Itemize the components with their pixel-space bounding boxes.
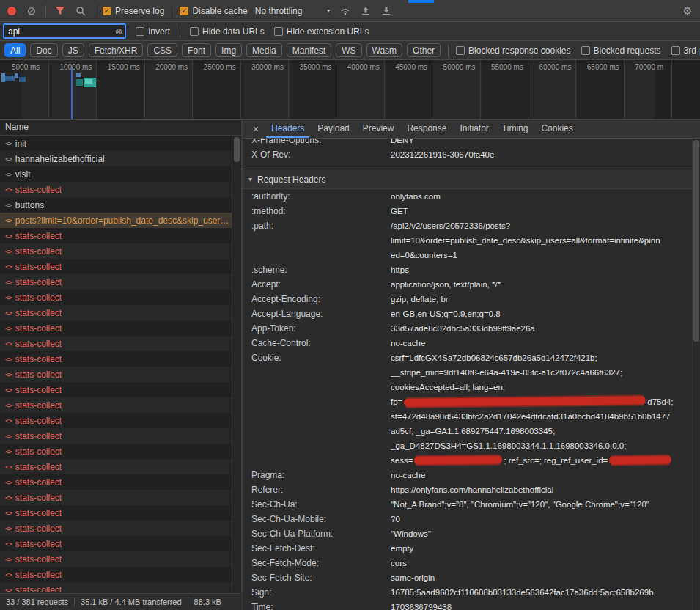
tab-initiator[interactable]: Initiator [454,120,493,138]
filter-pill-manifest[interactable]: Manifest [287,43,331,57]
request-row[interactable]: <>visit [0,166,232,182]
tab-cookies[interactable]: Cookies [536,120,578,138]
header-value: onlyfans.com [391,189,693,204]
header-name: X-Of-Rev: [251,147,391,162]
filter-icon[interactable] [54,4,67,18]
tab-headers[interactable]: Headers [266,120,309,138]
script-icon: <> [5,248,12,255]
filter-pill-font[interactable]: Font [182,43,211,57]
filterbar-divider [180,26,180,37]
waterfall-bar [76,79,83,86]
request-headers-section-header[interactable]: ▾ Request Headers [243,170,693,189]
request-name: stats-collect [15,231,62,241]
script-icon: <> [5,540,12,548]
request-row[interactable]: <>stats-collect [0,228,232,243]
header-name: Sec-Ch-Ua-Mobile: [251,512,391,526]
request-row[interactable]: <>stats-collect [0,290,232,305]
request-row[interactable]: <>stats-collect [0,274,232,290]
timeline-gridline [48,60,49,119]
search-icon[interactable] [74,4,87,18]
request-row[interactable]: <>stats-collect [0,413,232,428]
request-row[interactable]: <>stats-collect [0,305,232,320]
request-name: stats-collect [15,477,62,488]
tab-payload[interactable]: Payload [312,120,354,138]
request-row[interactable]: <>stats-collect [0,444,232,459]
hide-data-urls-checkbox[interactable]: Hide data URLs [190,26,265,37]
filter-pill-media[interactable]: Media [246,43,282,57]
header-value-line: fp=d75d4; [391,394,693,409]
header-value-line: ad5cf; _ga=GA1.1.689275447.1698003345; [391,424,693,438]
header-name: :scheme: [251,262,391,277]
hide-data-urls-label: Hide data URLs [202,26,265,37]
filter-pill-img[interactable]: Img [215,43,242,57]
request-row[interactable]: <>stats-collect [0,397,232,413]
close-details-icon[interactable]: × [247,120,265,138]
tab-timing[interactable]: Timing [497,120,534,138]
filter-pill-doc[interactable]: Doc [30,43,57,57]
request-row[interactable]: <>stats-collect [0,567,232,582]
request-row[interactable]: <>posts?limit=10&order=publish_date_desc… [0,213,232,228]
request-row[interactable]: <>stats-collect [0,351,232,367]
throttling-dropdown[interactable]: No throttling ▼ [255,6,331,16]
script-icon: <> [5,325,12,332]
request-row[interactable]: <>stats-collect [0,582,232,592]
checkbox-label: 3rd-party requests [684,45,700,56]
request-row[interactable]: <>stats-collect [0,505,232,521]
request-name: buttons [15,200,44,210]
clear-network-log-icon[interactable]: ⊘ [25,4,38,18]
filter-pill-all[interactable]: All [4,43,26,57]
request-row[interactable]: <>stats-collect [0,382,232,397]
checkbox-label: Blocked response cookies [468,45,570,56]
tab-preview[interactable]: Preview [358,120,399,138]
import-har-icon[interactable] [359,4,372,18]
request-name: stats-collect [15,462,62,472]
filter-pill-other[interactable]: Other [407,43,441,57]
network-conditions-icon[interactable] [339,4,352,18]
hide-extension-urls-checkbox[interactable]: Hide extension URLs [274,26,369,37]
disable-cache-checkbox[interactable]: ✓ Disable cache [180,6,247,16]
filter-pill-fetch-xhr[interactable]: Fetch/XHR [89,43,144,57]
header-value: no-cache [391,468,693,482]
request-row[interactable]: <>stats-collect [0,459,232,474]
request-row[interactable]: <>stats-collect [0,367,232,382]
scrollbar-thumb[interactable] [693,140,699,342]
tab-response[interactable]: Response [402,120,452,138]
request-row[interactable]: <>stats-collect [0,259,232,274]
invert-checkbox[interactable]: Invert [136,26,170,37]
checkbox-blocked-requests[interactable]: Blocked requests [581,45,661,56]
request-row[interactable]: <>init [0,136,232,151]
clear-filter-icon[interactable]: ⊗ [115,27,122,36]
timeline-overview[interactable]: 5000 ms10000 ms15000 ms20000 ms25000 ms3… [0,60,700,120]
request-list-scrollbar[interactable] [232,136,241,592]
filter-pill-css[interactable]: CSS [147,43,177,57]
name-column-header[interactable]: Name [0,120,241,136]
checkbox-blocked-response-cookies[interactable]: Blocked response cookies [456,45,570,56]
request-row[interactable]: <>stats-collect [0,474,232,490]
filter-pill-ws[interactable]: WS [336,43,361,57]
filter-input[interactable] [4,26,125,37]
request-row[interactable]: <>stats-collect [0,243,232,259]
export-har-icon[interactable] [380,4,393,18]
record-button[interactable] [7,7,16,15]
request-row[interactable]: <>buttons [0,197,232,213]
checkbox-3rd-party-requests[interactable]: 3rd-party requests [671,45,700,56]
request-row[interactable]: <>stats-collect [0,320,232,336]
filter-pill-wasm[interactable]: Wasm [366,43,403,57]
request-row[interactable]: <>stats-collect [0,428,232,444]
details-scrollbar[interactable] [692,139,700,610]
request-name: stats-collect [15,370,62,380]
settings-gear-icon[interactable]: ⚙ [681,4,694,18]
request-row[interactable]: <>stats-collect [0,551,232,567]
request-row[interactable]: <>stats-collect [0,490,232,505]
request-row[interactable]: <>stats-collect [0,521,232,536]
scrollbar-thumb[interactable] [234,137,240,162]
request-row[interactable]: <>hannahelizabethofficial [0,151,232,166]
header-row: Sec-Fetch-Dest:empty [243,541,693,556]
chevron-expanded-icon: ▾ [248,175,252,183]
filter-pill-js[interactable]: JS [62,43,84,57]
preserve-log-checkbox[interactable]: ✓ Preserve log [103,6,164,16]
request-row[interactable]: <>stats-collect [0,536,232,551]
request-row[interactable]: <>stats-collect [0,182,232,197]
header-name: :authority: [251,189,391,204]
request-row[interactable]: <>stats-collect [0,336,232,351]
